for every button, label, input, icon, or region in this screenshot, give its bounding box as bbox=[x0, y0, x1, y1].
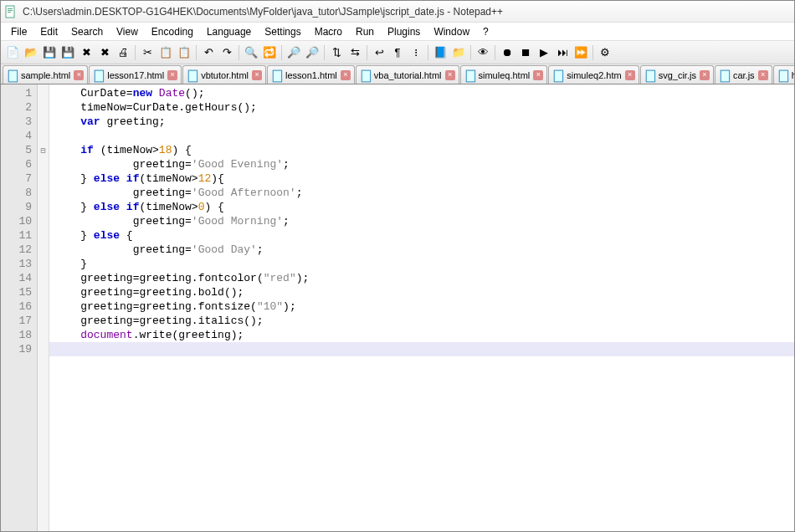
svg-rect-13 bbox=[779, 70, 787, 82]
new-file-icon[interactable]: 📄 bbox=[4, 44, 21, 61]
stop-icon[interactable]: ⏹ bbox=[517, 44, 534, 61]
save-all-icon[interactable]: 💾 bbox=[59, 44, 76, 61]
code-line[interactable]: greeting='Good Afternoon'; bbox=[54, 186, 794, 200]
menu-view[interactable]: View bbox=[110, 24, 145, 39]
fold-marker[interactable]: ⊟ bbox=[38, 143, 49, 157]
play-icon[interactable]: ▶ bbox=[536, 44, 552, 61]
find-icon[interactable]: 🔍 bbox=[243, 44, 259, 61]
copy-icon[interactable]: 📋 bbox=[157, 44, 174, 61]
file-icon bbox=[7, 69, 18, 81]
close-all-icon[interactable]: ✖ bbox=[96, 44, 113, 61]
menu-plugins[interactable]: Plugins bbox=[381, 24, 427, 39]
code-line[interactable] bbox=[54, 342, 794, 356]
tab-close-icon[interactable]: × bbox=[445, 70, 455, 80]
open-file-icon[interactable]: 📂 bbox=[23, 44, 39, 61]
menu-search[interactable]: Search bbox=[64, 24, 110, 39]
code-line[interactable]: } else if(timeNow>12){ bbox=[54, 171, 794, 186]
code-line[interactable]: greeting='Good Evening'; bbox=[54, 157, 794, 171]
sync-v-icon[interactable]: ⇅ bbox=[328, 44, 345, 61]
line-number: 14 bbox=[1, 271, 32, 285]
code-line[interactable]: greeting='Good Day'; bbox=[54, 243, 794, 257]
code-line[interactable]: CurDate=new Date(); bbox=[54, 86, 794, 100]
sync-h-icon[interactable]: ⇆ bbox=[346, 44, 363, 61]
code-line[interactable]: greeting=greeting.fontcolor("red"); bbox=[54, 271, 794, 285]
tab-close-icon[interactable]: × bbox=[341, 70, 351, 80]
tab-label: svg_cir.js bbox=[659, 70, 696, 80]
save-icon[interactable]: 💾 bbox=[41, 44, 58, 61]
code-line[interactable]: greeting=greeting.bold(); bbox=[54, 285, 794, 299]
tab-label: lesson1.html bbox=[285, 70, 337, 80]
tab-close-icon[interactable]: × bbox=[252, 70, 262, 80]
code-line[interactable]: greeting='Good Morning'; bbox=[54, 214, 794, 228]
print-icon[interactable]: 🖨 bbox=[115, 44, 131, 61]
tab-label: hotel.html bbox=[792, 70, 795, 80]
tab-label: vbtutor.html bbox=[201, 70, 249, 80]
code-line[interactable]: timeNow=CurDate.getHours(); bbox=[54, 100, 794, 115]
tab-close-icon[interactable]: × bbox=[625, 70, 635, 80]
code-line[interactable]: } bbox=[54, 257, 794, 271]
code-area[interactable]: CurDate=new Date(); timeNow=CurDate.getH… bbox=[49, 84, 794, 532]
menu-[interactable]: ? bbox=[476, 24, 495, 39]
lang-icon[interactable]: 📘 bbox=[432, 44, 449, 61]
all-chars-icon[interactable]: ¶ bbox=[389, 44, 406, 61]
code-line[interactable]: greeting=greeting.italics(); bbox=[54, 314, 794, 328]
toolbar-separator bbox=[238, 45, 239, 60]
menu-file[interactable]: File bbox=[4, 24, 33, 39]
code-line[interactable] bbox=[54, 129, 794, 143]
code-line[interactable]: greeting=greeting.fontsize("10"); bbox=[54, 299, 794, 314]
play-multi-icon[interactable]: ⏭ bbox=[554, 44, 571, 61]
fold-marker bbox=[38, 86, 49, 100]
code-line[interactable]: var greeting; bbox=[54, 115, 794, 129]
code-line[interactable]: if (timeNow>18) { bbox=[54, 143, 794, 157]
menu-edit[interactable]: Edit bbox=[33, 24, 64, 39]
tab-close-icon[interactable]: × bbox=[74, 70, 84, 80]
menu-macro[interactable]: Macro bbox=[308, 24, 349, 39]
undo-icon[interactable]: ↶ bbox=[200, 44, 217, 61]
zoom-in-icon[interactable]: 🔎 bbox=[285, 44, 302, 61]
toolbar-separator bbox=[196, 45, 197, 60]
tab-sample-html[interactable]: sample.html× bbox=[3, 65, 88, 84]
line-number: 11 bbox=[1, 228, 32, 243]
tab-vba_tutorial-html[interactable]: vba_tutorial.html× bbox=[356, 65, 459, 84]
replace-icon[interactable]: 🔁 bbox=[261, 44, 278, 61]
redo-icon[interactable]: ↷ bbox=[218, 44, 235, 61]
save-macro-icon[interactable]: ⏩ bbox=[572, 44, 589, 61]
tab-hotel-html[interactable]: hotel.html× bbox=[773, 65, 795, 84]
tab-vbtutor-html[interactable]: vbtutor.html× bbox=[182, 65, 266, 84]
line-number: 17 bbox=[1, 314, 32, 328]
tab-simuleq2-htm[interactable]: simuleq2.htm× bbox=[548, 65, 639, 84]
folder-icon[interactable]: 📁 bbox=[450, 44, 467, 61]
tab-close-icon[interactable]: × bbox=[533, 70, 543, 80]
record-icon[interactable]: ⏺ bbox=[499, 44, 515, 61]
tab-close-icon[interactable]: × bbox=[700, 70, 710, 80]
zoom-out-icon[interactable]: 🔎 bbox=[304, 44, 321, 61]
tab-lesson1-html[interactable]: lesson1.html× bbox=[267, 65, 355, 84]
tab-close-icon[interactable]: × bbox=[758, 70, 768, 80]
tab-car-js[interactable]: car.js× bbox=[715, 65, 772, 84]
paste-icon[interactable]: 📋 bbox=[176, 44, 192, 61]
toolbar-separator bbox=[281, 45, 282, 60]
app-icon bbox=[4, 5, 18, 18]
menu-encoding[interactable]: Encoding bbox=[145, 24, 200, 39]
tab-simuleq-html[interactable]: simuleq.html× bbox=[460, 65, 548, 84]
code-line[interactable]: document.write(greeting); bbox=[54, 328, 794, 342]
menu-settings[interactable]: Settings bbox=[258, 24, 307, 39]
toolbar-separator bbox=[324, 45, 325, 60]
code-line[interactable]: } else { bbox=[54, 228, 794, 243]
code-line[interactable]: } else if(timeNow>0) { bbox=[54, 200, 794, 214]
close-icon[interactable]: ✖ bbox=[78, 44, 95, 61]
menu-window[interactable]: Window bbox=[427, 24, 476, 39]
tab-close-icon[interactable]: × bbox=[167, 70, 177, 80]
tab-svg_cir-js[interactable]: svg_cir.js× bbox=[640, 65, 714, 84]
indent-guide-icon[interactable]: ⫶ bbox=[408, 44, 424, 61]
settings-icon[interactable]: ⚙ bbox=[597, 44, 613, 61]
monitor-icon[interactable]: 👁 bbox=[474, 44, 491, 61]
toolbar: 📄📂💾💾✖✖🖨✂📋📋↶↷🔍🔁🔎🔎⇅⇆↩¶⫶📘📁👁⏺⏹▶⏭⏩⚙ bbox=[1, 41, 794, 64]
svg-rect-7 bbox=[273, 70, 281, 82]
file-icon bbox=[552, 69, 564, 81]
menu-language[interactable]: Language bbox=[200, 24, 258, 39]
cut-icon[interactable]: ✂ bbox=[139, 44, 156, 61]
tab-lesson17-html[interactable]: lesson17.html× bbox=[89, 65, 182, 84]
menu-run[interactable]: Run bbox=[349, 24, 381, 39]
wordwrap-icon[interactable]: ↩ bbox=[371, 44, 387, 61]
